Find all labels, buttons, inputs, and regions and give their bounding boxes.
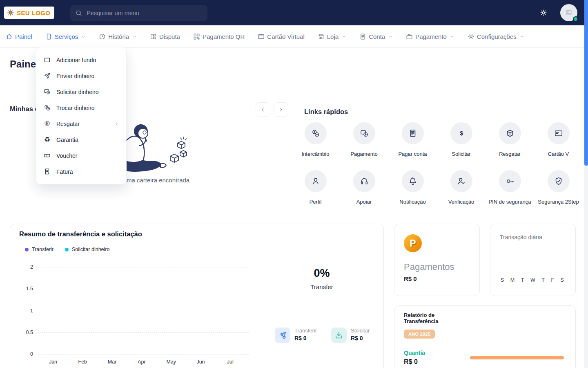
y-axis-tick-label: 2	[15, 263, 33, 271]
quick-link-pagamento[interactable]: Pagamento	[340, 122, 388, 170]
page-scrollbar	[584, 0, 588, 368]
menubar-item-cartao-virtual[interactable]: Cartão Virtual	[258, 33, 304, 40]
qr-code-icon	[193, 33, 200, 40]
app-logo[interactable]: SEU LOGO	[4, 7, 54, 19]
bell-icon	[408, 177, 417, 186]
dropdown-item-label: Solicitar dinheiro	[56, 89, 99, 95]
quick-link-label: Resgatar	[499, 151, 521, 157]
quick-link-label: Solicitar	[452, 151, 470, 157]
quick-link-pin-de-seguranca[interactable]: PIN de segurança	[486, 170, 534, 218]
theme-toggle-sun-icon[interactable]	[540, 9, 547, 16]
quick-link-circle	[305, 170, 327, 192]
menubar-item-pagamento-qr[interactable]: Pagamento QR	[193, 33, 245, 40]
chevron-down-icon	[81, 34, 86, 39]
home-icon	[6, 33, 13, 40]
chevron-down-icon	[520, 34, 524, 39]
dropdown-item-enviar-dinheiro[interactable]: Enviar dinheiro	[36, 68, 126, 84]
dropdown-item-fatura[interactable]: Fatura	[36, 164, 126, 180]
quick-link-apoiar[interactable]: Apoiar	[340, 170, 388, 218]
report-year-badge: ANO 2025	[404, 330, 435, 339]
transfer-percent-block: 0% Transfer	[295, 267, 348, 290]
gridline-y-1	[38, 311, 249, 311]
menubar-item-servicos[interactable]: Serviços	[45, 33, 86, 40]
logo-gem-icon	[7, 9, 15, 17]
quick-link-pagar-conta[interactable]: Pagar conta	[388, 122, 437, 170]
chart-legend: TransferirSolicitar dinheiro	[25, 247, 109, 252]
quick-link-verificacao[interactable]: Verificação	[437, 170, 486, 218]
summary-card-title: Resumo de transferência e solicitação	[19, 230, 142, 238]
x-axis-tick-label: Jan	[49, 359, 57, 365]
recycle-icon: ♻	[44, 136, 51, 143]
quick-link-circle: $	[450, 122, 472, 144]
quick-link-circle	[305, 122, 327, 144]
quick-link-solicitar[interactable]: $Solicitar	[437, 122, 486, 170]
dropdown-item-label: Resgatar	[56, 121, 80, 127]
search-icon	[75, 9, 82, 17]
quick-link-seguranca-2step[interactable]: Segurança 2Step	[534, 170, 583, 218]
wallets-carousel-prev-button[interactable]	[256, 102, 270, 117]
stat-solicitar: SolicitarR$ 0	[331, 328, 370, 343]
x-axis-tick-label: Feb	[78, 359, 87, 365]
y-axis-tick-label: 0	[15, 350, 33, 358]
menubar-item-disputa[interactable]: Disputa	[150, 33, 180, 40]
quick-link-circle	[548, 122, 570, 144]
weekday-letter: S	[501, 277, 504, 283]
wallets-carousel-next-button[interactable]	[274, 102, 288, 117]
dropdown-item-label: Garantia	[56, 137, 78, 143]
dropdown-item-label: Enviar dinheiro	[56, 73, 94, 79]
document-icon	[359, 33, 366, 40]
dropdown-item-solicitar-dinheiro[interactable]: Solicitar dinheiro	[36, 84, 126, 100]
legend-label: Solicitar dinheiro	[72, 247, 109, 252]
quick-link-circle	[548, 170, 570, 192]
scrollbar-thumb[interactable]	[584, 0, 588, 166]
menubar-item-conta[interactable]: Conta	[359, 33, 393, 40]
search-input[interactable]	[87, 10, 203, 16]
quick-link-intercambio[interactable]: Intercâmbio	[291, 122, 340, 170]
quick-link-notificacao[interactable]: Notificação	[388, 170, 437, 218]
report-amount-value: R$ 0	[404, 358, 418, 366]
payments-card[interactable]: P Pagamentos R$ 0	[394, 224, 480, 296]
wallet-icon	[44, 56, 51, 63]
menubar-item-historia[interactable]: História	[99, 33, 137, 40]
chart-plot-area: 00.511.52JanFebMarAprMayJunJul	[38, 267, 249, 354]
chevron-down-icon	[388, 34, 393, 39]
quick-link-resgatar[interactable]: Resgatar	[486, 122, 534, 170]
page-title: Painel	[10, 58, 39, 70]
coins-exchange-icon	[311, 129, 320, 138]
menubar-item-painel[interactable]: Painel	[6, 33, 32, 40]
menu-search[interactable]	[70, 5, 207, 21]
x-axis-tick-label: May	[166, 359, 176, 365]
user-check-icon	[457, 177, 466, 186]
legend-dot	[65, 248, 69, 251]
gridline-y-2	[38, 267, 249, 267]
user-avatar[interactable]	[560, 4, 577, 21]
legend-item-transferir[interactable]: Transferir	[25, 247, 53, 252]
dropdown-item-garantia[interactable]: ♻Garantia	[36, 132, 126, 148]
menubar-item-pagamento[interactable]: Pagamento	[406, 33, 454, 40]
gridline-y-0.5	[38, 332, 249, 333]
dropdown-item-trocar-dinheiro[interactable]: Trocar dinheiro	[36, 100, 126, 116]
chevron-left-icon	[260, 107, 266, 112]
dropdown-item-voucher[interactable]: Voucher	[36, 148, 126, 164]
quick-link-cartao-v[interactable]: Cartão V	[534, 122, 583, 170]
quick-links-grid: IntercâmbioPagamentoPagar conta$Solicita…	[291, 122, 583, 218]
x-axis-tick-label: Jun	[196, 359, 205, 365]
dropdown-item-adicionar-fundo[interactable]: Adicionar fundo	[36, 52, 126, 68]
gridline-y-0	[38, 354, 249, 355]
weekday-labels: SMTWTFS	[501, 277, 564, 283]
menubar-item-configuracoes[interactable]: Configurações	[468, 33, 524, 40]
weekday-letter: S	[561, 277, 564, 283]
quick-link-label: Notificação	[399, 199, 425, 205]
menubar-item-label: Conta	[369, 33, 385, 40]
menubar-item-label: Cartão Virtual	[267, 33, 304, 40]
stat-value: R$ 0	[351, 335, 370, 341]
card-icon	[554, 129, 563, 138]
quick-links-heading: Links rápidos	[304, 108, 348, 116]
transfer-report-card: Relatório de Transferência ANO 2025 Quan…	[394, 305, 576, 368]
quick-link-perfil[interactable]: Perfil	[291, 170, 340, 218]
dropdown-item-label: Voucher	[56, 153, 77, 159]
payments-title: Pagamentos	[404, 262, 454, 272]
dropdown-item-resgatar[interactable]: ®Resgatar	[36, 116, 126, 132]
legend-item-solicitar-dinheiro[interactable]: Solicitar dinheiro	[65, 247, 109, 252]
menubar-item-loja[interactable]: Loja	[318, 33, 346, 40]
